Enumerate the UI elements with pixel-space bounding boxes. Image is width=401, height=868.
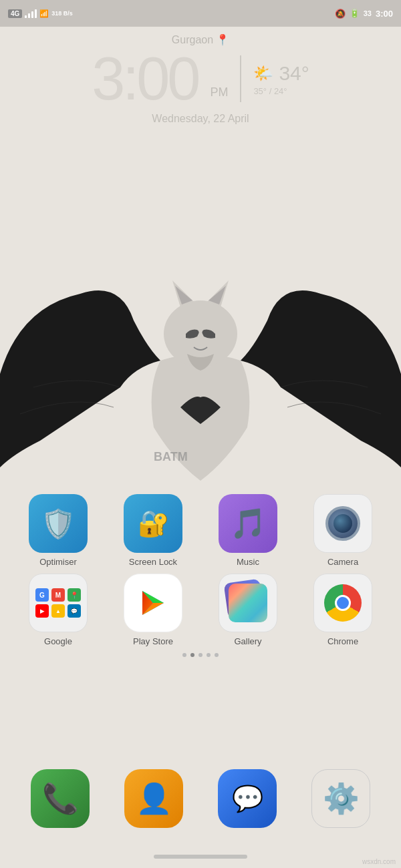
weather-icon: 🌤️ — [253, 64, 273, 83]
carrier-label: 4G — [8, 9, 22, 18]
contacts-icon-wrap: 👤 — [124, 769, 183, 828]
camera-lens-inner — [333, 514, 352, 533]
app-chrome[interactable]: Chrome — [303, 574, 383, 646]
app-playstore[interactable]: Play Store — [113, 574, 193, 646]
app-optimiser[interactable]: 🛡️ Optimiser — [18, 494, 98, 567]
weather-area: 🌤️ 34° 35° / 24° — [253, 62, 309, 96]
playstore-icon-wrap — [124, 574, 182, 632]
date: Wednesday, 22 April — [152, 113, 249, 125]
screenlock-label: Screen Lock — [129, 557, 177, 567]
app-google[interactable]: G M 📍 ▶ ▲ 💬 Google — [18, 574, 98, 646]
dock-contacts[interactable]: 👤 — [117, 769, 190, 828]
signal-bars — [25, 9, 37, 18]
music-label: Music — [237, 557, 259, 567]
watermark: wsxdn.com — [362, 858, 396, 865]
messages-icon-wrap: 💬 — [218, 769, 277, 828]
app-music[interactable]: 🎵 Music — [208, 494, 288, 567]
status-bar: 4G 📶 318 B/s 🔕 🔋 33 3:00 — [0, 0, 401, 27]
dock-messages[interactable]: 💬 — [211, 769, 284, 828]
page-dot-4 — [207, 653, 211, 657]
messages-icon: 💬 — [232, 784, 263, 813]
gallery-front — [229, 584, 267, 622]
lock-icon: 🔐 — [138, 509, 169, 538]
mute-icon: 🔕 — [335, 9, 346, 19]
phone-icon: 📞 — [42, 781, 79, 816]
gear-icon: ⚙️ — [323, 781, 360, 816]
clock-area: Gurgaon 📍 3:00 PM 🌤️ 34° 35° / 24° Wedne… — [0, 33, 401, 125]
clock-row: 3:00 PM 🌤️ 34° 35° / 24° — [92, 49, 309, 109]
svg-text:BATM: BATM — [154, 450, 188, 463]
gallery-icon — [226, 581, 270, 625]
playstore-icon — [134, 584, 172, 622]
clock-ampm: PM — [210, 85, 228, 99]
google-grid-icon: G M 📍 ▶ ▲ 💬 — [30, 583, 86, 623]
clock-divider — [240, 55, 241, 102]
dock-settings[interactable]: ⚙️ — [304, 769, 378, 828]
playstore-label: Play Store — [133, 636, 173, 646]
wifi-icon: 📶 — [39, 9, 49, 18]
location-pin-icon: 📍 — [216, 33, 229, 46]
page-dot-3 — [198, 653, 203, 657]
chrome-label: Chrome — [327, 636, 358, 646]
optimiser-icon-wrap: 🛡️ — [29, 494, 88, 553]
app-row-1: 🛡️ Optimiser 🔐 Screen Lock 🎵 Music — [11, 494, 390, 567]
dock-phone[interactable]: 📞 — [23, 769, 97, 828]
home-indicator[interactable] — [154, 855, 247, 859]
battery-level: 33 — [364, 9, 372, 17]
app-camera[interactable]: Camera — [303, 494, 383, 567]
shield-icon: 🛡️ — [41, 507, 76, 540]
music-icon-wrap: 🎵 — [219, 494, 277, 553]
chrome-icon — [324, 584, 362, 622]
app-row-2: G M 📍 ▶ ▲ 💬 Google — [11, 574, 390, 646]
temp-range: 35° / 24° — [253, 86, 287, 96]
camera-lens-icon — [325, 506, 360, 541]
google-icon-wrap: G M 📍 ▶ ▲ 💬 — [29, 574, 88, 632]
location-text: Gurgaon — [172, 34, 213, 46]
gallery-icon-wrap — [219, 574, 277, 632]
app-screenlock[interactable]: 🔐 Screen Lock — [113, 494, 193, 567]
page-dot-2 — [190, 653, 194, 657]
network-speed: 318 B/s — [51, 10, 73, 17]
chrome-icon-wrap — [313, 574, 372, 632]
contacts-icon: 👤 — [136, 781, 172, 816]
clock-time: 3:00 — [92, 49, 198, 109]
status-left: 4G 📶 318 B/s — [8, 9, 73, 18]
bottom-dock: 📞 👤 💬 ⚙️ — [0, 769, 401, 828]
music-note-icon: 🎵 — [230, 506, 267, 541]
camera-label: Camera — [327, 557, 358, 567]
location: Gurgaon 📍 — [172, 33, 229, 46]
status-time: 3:00 — [376, 9, 393, 19]
google-label: Google — [44, 636, 72, 646]
settings-icon-wrap: ⚙️ — [311, 769, 370, 828]
page-indicators — [11, 653, 390, 657]
battery-icon: 🔋 — [350, 9, 360, 18]
phone-icon-wrap: 📞 — [31, 769, 90, 828]
status-right: 🔕 🔋 33 3:00 — [335, 9, 393, 19]
screenlock-icon-wrap: 🔐 — [124, 494, 182, 553]
gallery-label: Gallery — [234, 636, 261, 646]
app-grid: 🛡️ Optimiser 🔐 Screen Lock 🎵 Music — [0, 494, 401, 657]
app-gallery[interactable]: Gallery — [208, 574, 288, 646]
page-dot-5 — [215, 653, 219, 657]
temperature: 34° — [279, 62, 309, 85]
chrome-inner-circle — [335, 595, 351, 611]
batman-illustration: BATM — [0, 254, 401, 494]
camera-icon-wrap — [313, 494, 372, 553]
optimiser-label: Optimiser — [39, 557, 77, 567]
page-dot-1 — [182, 653, 186, 657]
